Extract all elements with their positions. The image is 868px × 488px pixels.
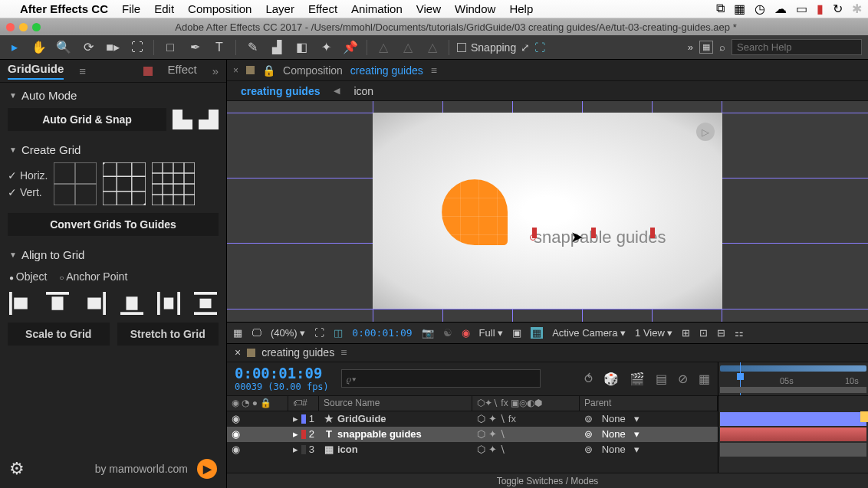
section-create-grid[interactable]: Create Grid: [0, 137, 226, 162]
tl-option-icon[interactable]: ▦: [699, 372, 710, 386]
grid-preset-icon[interactable]: [103, 162, 146, 205]
layer-bar[interactable]: [720, 412, 866, 426]
selection-handle[interactable]: [591, 228, 596, 238]
tl-option-icon[interactable]: 🎬: [630, 372, 645, 386]
channel-icon[interactable]: ☯: [443, 327, 452, 339]
menu-window[interactable]: Window: [455, 2, 495, 15]
anchor-point-icon[interactable]: [530, 234, 536, 241]
pan-behind-tool-icon[interactable]: ⛶: [129, 39, 146, 56]
timeline-row[interactable]: ◉▸ 2T snappable guides⬡ ✦ ∖ ⊚ None ▾: [227, 427, 718, 442]
res-auto-icon[interactable]: ⛶: [314, 327, 324, 339]
pen-tool-icon[interactable]: ✒: [186, 39, 203, 56]
status-icon[interactable]: ▦: [734, 2, 745, 16]
lock-icon[interactable]: 🔒: [262, 64, 275, 77]
view-option-icon[interactable]: ⊞: [682, 327, 690, 339]
status-icon[interactable]: ⧉: [716, 2, 725, 16]
transparency-icon[interactable]: ◫: [334, 327, 343, 339]
convert-grids-button[interactable]: Convert Grids To Guides: [8, 213, 219, 236]
camera-tool-icon[interactable]: ■▸: [104, 39, 121, 56]
menu-layer[interactable]: Layer: [265, 2, 294, 15]
work-area-bar[interactable]: [720, 387, 866, 393]
align-top-icon[interactable]: [46, 292, 69, 315]
view-option-icon[interactable]: ⊡: [699, 327, 708, 339]
clone-tool-icon[interactable]: ▟: [268, 39, 285, 56]
grid-preset-icon[interactable]: [152, 162, 195, 205]
view-layout-dropdown[interactable]: 1 View ▾: [635, 327, 672, 339]
close-tab-icon[interactable]: ×: [233, 65, 238, 76]
menu-animation[interactable]: Animation: [351, 2, 403, 15]
monitor-icon[interactable]: 🖵: [252, 327, 261, 339]
grid-overlay-icon[interactable]: ▦: [531, 327, 543, 339]
horiz-checkbox[interactable]: Horiz.: [8, 169, 48, 182]
time-navigator[interactable]: [720, 365, 866, 372]
comp-name[interactable]: creating guides: [350, 64, 423, 77]
zoom-window[interactable]: [32, 23, 41, 31]
snapshot-icon[interactable]: 📷: [422, 327, 434, 339]
checkbox-icon[interactable]: [457, 43, 466, 52]
panel-menu-icon[interactable]: ≡: [79, 64, 86, 77]
status-icon[interactable]: ↻: [833, 2, 843, 16]
tab-effect[interactable]: Effect: [168, 63, 197, 79]
selection-handle[interactable]: [650, 228, 655, 238]
menu-help[interactable]: Help: [509, 2, 533, 15]
timeline-tab[interactable]: creating guides: [261, 346, 334, 359]
mamoworld-logo-icon[interactable]: ▶: [197, 459, 217, 479]
zoom-tool-icon[interactable]: 🔍: [55, 39, 72, 56]
tl-option-icon[interactable]: ▤: [656, 372, 667, 386]
timeline-tracks[interactable]: 05s 10s: [718, 362, 868, 473]
orbit-tool-icon[interactable]: ⟳: [80, 39, 97, 56]
menu-edit[interactable]: Edit: [154, 2, 174, 15]
crumb-item[interactable]: icon: [353, 85, 373, 97]
section-auto-mode[interactable]: Auto Mode: [0, 83, 226, 108]
align-object-radio[interactable]: Object: [9, 270, 47, 283]
app-menu[interactable]: After Effects CC: [20, 2, 108, 15]
close-tab-icon[interactable]: ×: [235, 346, 241, 359]
layer-name[interactable]: snappable guides: [337, 428, 422, 440]
search-help-input[interactable]: [732, 39, 862, 55]
text-tool-icon[interactable]: T: [211, 39, 228, 56]
layer-bar[interactable]: [720, 443, 866, 457]
crumb-item[interactable]: creating guides: [241, 85, 320, 97]
status-icon[interactable]: ▭: [796, 2, 807, 16]
auto-grid-snap-button[interactable]: Auto Grid & Snap: [8, 108, 166, 131]
parent-dropdown[interactable]: None ▾: [602, 444, 639, 455]
snap-option-icon[interactable]: ⛶: [534, 41, 545, 54]
timeline-row[interactable]: ◉▸ 1★ GridGuide⬡ ✦ ∖ fx⊚ None ▾: [227, 411, 718, 427]
pickwhip-icon[interactable]: ⊚: [584, 413, 593, 424]
settings-gear-icon[interactable]: ⚙: [9, 459, 25, 479]
align-center-v-icon[interactable]: [194, 292, 217, 315]
snapping-toggle[interactable]: Snapping ⤢ ⛶: [457, 41, 545, 54]
layer-name[interactable]: GridGuide: [337, 413, 386, 424]
menu-effect[interactable]: Effect: [308, 2, 337, 15]
section-align[interactable]: Align to Grid: [0, 242, 226, 267]
tab-gridguide[interactable]: GridGuide: [8, 62, 64, 80]
timeline-row[interactable]: ◉▸ 3▦ icon⬡ ✦ ∖ ⊚ None ▾: [227, 442, 718, 457]
tl-option-icon[interactable]: ⥀: [584, 372, 593, 386]
align-left-icon[interactable]: [9, 292, 32, 315]
tl-option-icon[interactable]: 🎲: [603, 372, 619, 386]
view-option-icon[interactable]: ⚏: [735, 327, 744, 339]
chevron-left-icon[interactable]: ◀: [334, 86, 340, 96]
hand-tool-icon[interactable]: ✋: [31, 39, 48, 56]
toggle-switches-button[interactable]: Toggle Switches / Modes: [227, 473, 868, 488]
eye-icon[interactable]: ◉: [232, 428, 240, 440]
view-option-icon[interactable]: ⊟: [717, 327, 725, 339]
tl-option-icon[interactable]: ⊘: [678, 372, 688, 386]
overflow-icon[interactable]: »: [212, 64, 219, 77]
eye-icon[interactable]: ◉: [232, 413, 240, 424]
align-anchor-radio[interactable]: Anchor Point: [59, 270, 127, 283]
grid-preset-icon[interactable]: [54, 162, 97, 205]
roi-icon[interactable]: ▣: [512, 327, 521, 339]
icon-layer[interactable]: [442, 179, 508, 245]
camera-dropdown[interactable]: Active Camera ▾: [552, 327, 626, 339]
panel-menu-icon[interactable]: ≡: [431, 64, 437, 77]
parent-dropdown[interactable]: None ▾: [602, 428, 639, 440]
eraser-tool-icon[interactable]: ◧: [293, 39, 310, 56]
col-parent[interactable]: Parent: [580, 396, 718, 411]
align-bottom-icon[interactable]: [120, 292, 143, 315]
timeline-current-time[interactable]: 0:00:01:09: [235, 365, 329, 382]
status-icon[interactable]: ◷: [755, 2, 765, 16]
brush-tool-icon[interactable]: ✎: [244, 39, 261, 56]
puppet-tool-icon[interactable]: 📌: [342, 39, 359, 56]
resolution-dropdown[interactable]: Full ▾: [479, 327, 504, 339]
